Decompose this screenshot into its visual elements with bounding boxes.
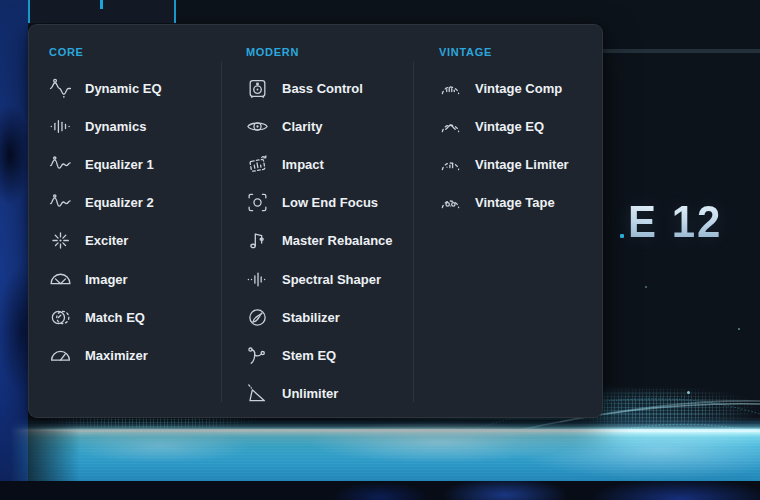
equalizer-icon [49, 153, 72, 176]
module-picker-menu: CORE MODERN VINTAGE Dynamic EQ Dynamics … [28, 24, 603, 418]
add-module-slot[interactable] [28, 0, 176, 23]
category-items-core: Dynamic EQ Dynamics Equalizer 1 Equalize… [49, 69, 219, 375]
menu-item-label: Equalizer 1 [85, 157, 154, 172]
vintage-eq-icon [439, 115, 462, 138]
menu-item-stabilizer[interactable]: Stabilizer [246, 298, 411, 336]
impact-icon [246, 153, 269, 176]
menu-item-label: Vintage Tape [475, 195, 555, 210]
menu-item-vintage-eq[interactable]: Vintage EQ [439, 107, 597, 145]
stem-eq-icon [246, 344, 269, 367]
vintage-tape-icon [439, 191, 462, 214]
category-header-core: CORE [49, 46, 84, 58]
menu-item-label: Equalizer 2 [85, 195, 154, 210]
maximizer-icon [49, 344, 72, 367]
menu-item-label: Low End Focus [282, 195, 378, 210]
imager-icon [49, 268, 72, 291]
brand-text-partial: E 12 [628, 200, 722, 244]
menu-item-label: Spectral Shaper [282, 272, 381, 287]
menu-item-label: Unlimiter [282, 386, 338, 401]
menu-item-equalizer-2[interactable]: Equalizer 2 [49, 184, 219, 222]
menu-item-label: Dynamic EQ [85, 81, 162, 96]
background-particle [645, 286, 647, 288]
dynamics-icon [49, 115, 72, 138]
menu-item-label: Stem EQ [282, 348, 336, 363]
vintage-comp-icon [439, 77, 462, 100]
menu-item-label: Impact [282, 157, 324, 172]
plus-icon [100, 0, 103, 9]
menu-item-master-rebalance[interactable]: Master Rebalance [246, 222, 411, 260]
master-rebalance-icon [246, 229, 269, 252]
menu-item-label: Maximizer [85, 348, 148, 363]
category-header-modern: MODERN [246, 46, 299, 58]
menu-item-dynamics[interactable]: Dynamics [49, 107, 219, 145]
dynamic-eq-icon [49, 77, 72, 100]
menu-item-label: Exciter [85, 233, 128, 248]
menu-item-unlimiter[interactable]: Unlimiter [246, 375, 411, 413]
exciter-icon [49, 229, 72, 252]
menu-item-label: Vintage EQ [475, 119, 544, 134]
category-header-vintage: VINTAGE [439, 46, 492, 58]
background-bottom-strip [0, 481, 760, 500]
background-divider-band [600, 49, 760, 53]
menu-item-clarity[interactable]: Clarity [246, 107, 411, 145]
menu-item-label: Imager [85, 272, 128, 287]
menu-item-label: Bass Control [282, 81, 363, 96]
menu-item-vintage-limiter[interactable]: Vintage Limiter [439, 145, 597, 183]
menu-item-spectral-shaper[interactable]: Spectral Shaper [246, 260, 411, 298]
menu-item-dynamic-eq[interactable]: Dynamic EQ [49, 69, 219, 107]
menu-item-bass-control[interactable]: Bass Control [246, 69, 411, 107]
stabilizer-icon [246, 306, 269, 329]
menu-item-label: Master Rebalance [282, 233, 393, 248]
clarity-icon [246, 115, 269, 138]
app-window: E 12 CORE MODERN VINTAGE D [0, 0, 760, 500]
column-divider [221, 61, 222, 402]
equalizer-icon [49, 191, 72, 214]
menu-item-exciter[interactable]: Exciter [49, 222, 219, 260]
menu-item-imager[interactable]: Imager [49, 260, 219, 298]
background-particle [738, 328, 740, 330]
menu-item-label: Vintage Limiter [475, 157, 569, 172]
low-end-focus-icon [246, 191, 269, 214]
menu-item-vintage-comp[interactable]: Vintage Comp [439, 69, 597, 107]
menu-item-label: Clarity [282, 119, 322, 134]
vintage-limiter-icon [439, 153, 462, 176]
bass-control-icon [246, 77, 269, 100]
menu-item-label: Stabilizer [282, 310, 340, 325]
menu-item-impact[interactable]: Impact [246, 145, 411, 183]
menu-item-equalizer-1[interactable]: Equalizer 1 [49, 145, 219, 183]
menu-item-low-end-focus[interactable]: Low End Focus [246, 184, 411, 222]
menu-item-label: Vintage Comp [475, 81, 562, 96]
unlimiter-icon [246, 382, 269, 405]
spectral-shaper-icon [246, 268, 269, 291]
menu-item-label: Dynamics [85, 119, 146, 134]
column-divider [413, 61, 414, 402]
match-eq-icon [49, 306, 72, 329]
category-items-modern: Bass Control Clarity Impact Low End Focu… [246, 69, 411, 413]
menu-item-vintage-tape[interactable]: Vintage Tape [439, 184, 597, 222]
menu-item-stem-eq[interactable]: Stem EQ [246, 336, 411, 374]
background-particle [620, 234, 624, 238]
menu-item-maximizer[interactable]: Maximizer [49, 336, 219, 374]
category-items-vintage: Vintage Comp Vintage EQ Vintage Limiter … [439, 69, 597, 222]
cyan-wave-highlight [12, 429, 760, 431]
cyan-wave-band [10, 418, 760, 482]
menu-item-match-eq[interactable]: Match EQ [49, 298, 219, 336]
menu-item-label: Match EQ [85, 310, 145, 325]
